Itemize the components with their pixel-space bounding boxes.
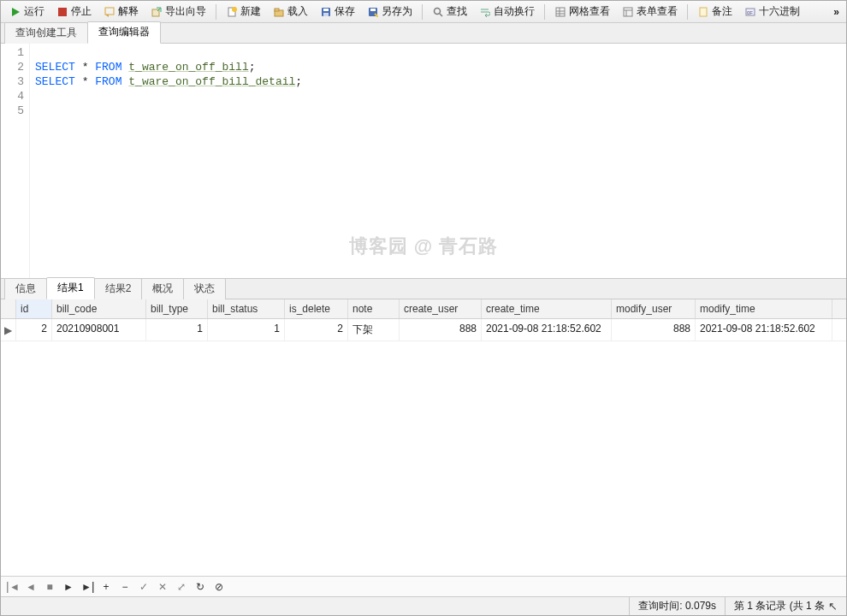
separator bbox=[544, 4, 545, 20]
wrap-button[interactable]: 自动换行 bbox=[474, 2, 540, 21]
stop-icon bbox=[56, 6, 68, 18]
tab-profile[interactable]: 概况 bbox=[141, 278, 184, 299]
load-button[interactable]: 载入 bbox=[268, 2, 313, 21]
col-id[interactable]: id bbox=[16, 299, 52, 318]
col-create-user[interactable]: create_user bbox=[400, 299, 482, 318]
line-number: 2 bbox=[1, 60, 24, 74]
row-selector-header[interactable] bbox=[1, 299, 16, 318]
svg-rect-1 bbox=[58, 8, 67, 16]
line-gutter: 1 2 3 4 5 bbox=[1, 44, 30, 278]
explain-label: 解释 bbox=[118, 4, 139, 19]
new-button[interactable]: 新建 bbox=[221, 2, 266, 21]
nav-abort-icon[interactable]: ⊘ bbox=[213, 581, 225, 593]
form-view-button[interactable]: 表单查看 bbox=[617, 2, 683, 21]
tab-query-builder[interactable]: 查询创建工具 bbox=[4, 22, 88, 44]
svg-rect-7 bbox=[275, 9, 279, 11]
cell-create-user[interactable]: 888 bbox=[400, 319, 482, 341]
toolbar-overflow[interactable]: » bbox=[830, 6, 843, 18]
col-bill-code[interactable]: bill_code bbox=[52, 299, 146, 318]
main-toolbar: 运行 停止 解释 导出向导 新建 载入 保存 另存为 查找 自动换行 网格查看 bbox=[1, 1, 846, 23]
nav-remove-icon[interactable]: − bbox=[119, 581, 131, 593]
save-as-icon bbox=[367, 6, 379, 18]
cell-bill-type[interactable]: 1 bbox=[146, 319, 208, 341]
nav-last-icon[interactable]: ►ǀ bbox=[81, 581, 93, 593]
results-panel: id bill_code bill_type bill_status is_de… bbox=[1, 299, 846, 596]
nav-apply-icon[interactable]: ✓ bbox=[138, 581, 150, 593]
save-as-label: 另存为 bbox=[382, 4, 412, 19]
nav-add-icon[interactable]: + bbox=[100, 581, 112, 593]
cell-is-delete[interactable]: 2 bbox=[285, 319, 348, 341]
row-marker-icon: ▶ bbox=[1, 319, 16, 341]
save-as-button[interactable]: 另存为 bbox=[362, 2, 418, 21]
semicolon: ; bbox=[249, 61, 256, 74]
new-icon bbox=[226, 6, 238, 18]
grid-icon bbox=[554, 6, 566, 18]
nav-expand-icon[interactable]: ⤢ bbox=[175, 581, 187, 593]
explain-icon bbox=[104, 6, 116, 18]
result-tabstrip: 信息 结果1 结果2 概况 状态 bbox=[1, 279, 846, 299]
wrap-label: 自动换行 bbox=[494, 4, 535, 19]
export-label: 导出向导 bbox=[165, 4, 206, 19]
line-number: 3 bbox=[1, 74, 24, 89]
kw-select: SELECT bbox=[35, 61, 75, 74]
tab-info[interactable]: 信息 bbox=[4, 278, 47, 299]
separator bbox=[687, 4, 688, 20]
col-modify-user[interactable]: modify_user bbox=[612, 299, 696, 318]
find-button[interactable]: 查找 bbox=[427, 2, 472, 21]
status-query-time: 查询时间: 0.079s bbox=[629, 597, 725, 615]
run-label: 运行 bbox=[24, 4, 44, 19]
separator bbox=[216, 4, 216, 20]
find-label: 查找 bbox=[447, 4, 467, 19]
star: * bbox=[82, 61, 89, 74]
cell-note[interactable]: 下架 bbox=[348, 319, 400, 341]
status-bar: 查询时间: 0.079s 第 1 条记录 (共 1 条↖ bbox=[1, 596, 846, 615]
stop-button[interactable]: 停止 bbox=[51, 2, 97, 21]
explain-button[interactable]: 解释 bbox=[98, 2, 144, 21]
grid-view-button[interactable]: 网格查看 bbox=[549, 2, 615, 21]
svg-rect-12 bbox=[370, 9, 376, 11]
hex-button[interactable]: 0F 十六进制 bbox=[739, 2, 805, 21]
cell-modify-user[interactable]: 888 bbox=[612, 319, 696, 341]
svg-rect-2 bbox=[105, 8, 114, 15]
line-number: 5 bbox=[1, 104, 24, 118]
tab-result1[interactable]: 结果1 bbox=[46, 277, 95, 299]
notes-button[interactable]: 备注 bbox=[692, 2, 737, 21]
nav-prev-icon[interactable]: ◄ bbox=[25, 581, 37, 593]
col-note[interactable]: note bbox=[348, 299, 400, 318]
col-bill-type[interactable]: bill_type bbox=[146, 299, 208, 318]
cell-bill-code[interactable]: 20210908001 bbox=[52, 319, 146, 341]
svg-rect-15 bbox=[556, 8, 565, 16]
cell-id[interactable]: 2 bbox=[16, 319, 52, 341]
col-modify-time[interactable]: modify_time bbox=[696, 299, 832, 318]
tab-result2[interactable]: 结果2 bbox=[94, 278, 143, 299]
nav-refresh-icon[interactable]: ↻ bbox=[194, 581, 206, 593]
export-wizard-button[interactable]: 导出向导 bbox=[145, 2, 211, 21]
semicolon: ; bbox=[295, 75, 302, 88]
grid-header: id bill_code bill_type bill_status is_de… bbox=[1, 299, 846, 319]
cell-modify-time[interactable]: 2021-09-08 21:18:52.602 bbox=[696, 319, 832, 341]
grid-body[interactable]: ▶ 2 20210908001 1 1 2 下架 888 2021-09-08 … bbox=[1, 319, 846, 576]
nav-stop-icon[interactable]: ■ bbox=[44, 581, 56, 593]
run-button[interactable]: 运行 bbox=[4, 2, 50, 21]
col-is-delete[interactable]: is_delete bbox=[285, 299, 348, 318]
table-row[interactable]: ▶ 2 20210908001 1 1 2 下架 888 2021-09-08 … bbox=[1, 319, 846, 341]
sql-editor[interactable]: 1 2 3 4 5 SELECT * FROM t_ware_on_off_bi… bbox=[1, 44, 846, 279]
editor-tabstrip: 查询创建工具 查询编辑器 bbox=[1, 23, 846, 44]
kw-from: FROM bbox=[95, 75, 121, 88]
line-number: 4 bbox=[1, 89, 24, 104]
cursor-icon: ↖ bbox=[828, 600, 838, 613]
nav-next-icon[interactable]: ► bbox=[62, 581, 74, 593]
tab-query-editor[interactable]: 查询编辑器 bbox=[87, 21, 161, 44]
col-create-time[interactable]: create_time bbox=[482, 299, 612, 318]
cell-create-time[interactable]: 2021-09-08 21:18:52.602 bbox=[482, 319, 612, 341]
nav-cancel-icon[interactable]: ✕ bbox=[157, 581, 169, 593]
col-bill-status[interactable]: bill_status bbox=[208, 299, 285, 318]
save-button[interactable]: 保存 bbox=[315, 2, 360, 21]
code-area[interactable]: SELECT * FROM t_ware_on_off_bill; SELECT… bbox=[30, 44, 846, 278]
svg-marker-0 bbox=[12, 8, 20, 16]
nav-first-icon[interactable]: ǀ◄ bbox=[6, 581, 18, 593]
svg-line-14 bbox=[440, 14, 442, 16]
tab-status[interactable]: 状态 bbox=[183, 278, 226, 299]
cell-bill-status[interactable]: 1 bbox=[208, 319, 285, 341]
wrap-icon bbox=[479, 6, 491, 18]
